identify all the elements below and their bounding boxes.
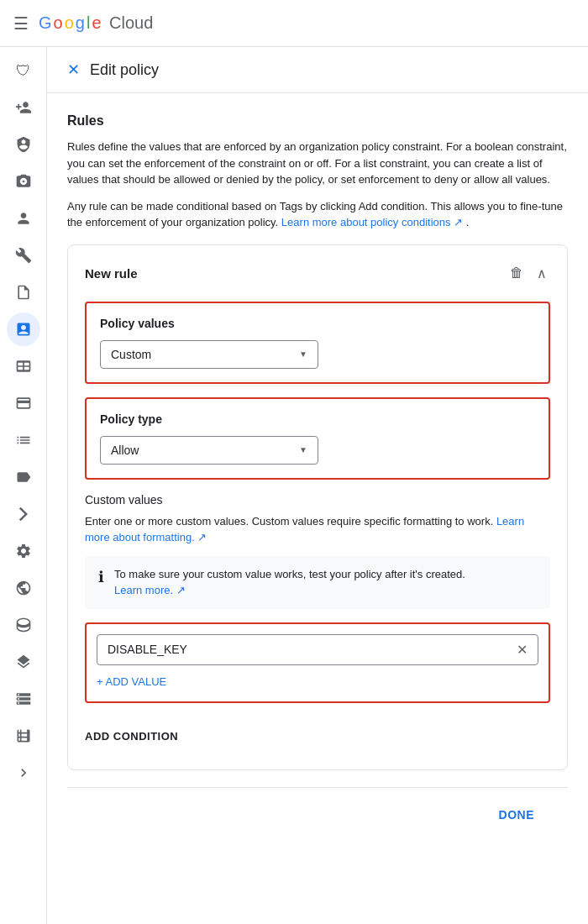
sidebar-icon-security[interactable] — [7, 128, 40, 161]
sidebar-icon-wrench[interactable] — [7, 239, 40, 272]
sidebar-icon-storage[interactable] — [7, 682, 40, 716]
custom-values-title: Custom values — [85, 493, 550, 507]
add-condition-button[interactable]: ADD CONDITION — [85, 720, 550, 753]
custom-values-description: Enter one or more custom values. Custom … — [85, 513, 550, 546]
sidebar: 🛡 — [0, 47, 47, 924]
sidebar-icon-arrow[interactable] — [7, 497, 40, 531]
rules-heading: Rules — [67, 113, 568, 129]
sidebar-icon-person[interactable] — [7, 202, 40, 235]
info-text: To make sure your custom value works, te… — [114, 566, 465, 599]
close-button[interactable]: ✕ — [67, 60, 80, 79]
sidebar-icon-table[interactable] — [7, 349, 40, 383]
policy-values-arrow-icon: ▼ — [299, 349, 307, 359]
policy-values-section: Policy values Custom ▼ — [85, 302, 550, 384]
edit-policy-header: ✕ Edit policy — [47, 47, 588, 93]
footer: DONE — [67, 787, 568, 842]
value-input-box: ✕ + ADD VALUE — [85, 622, 550, 703]
info-box: ℹ To make sure your custom value works, … — [85, 556, 550, 609]
main-content: ✕ Edit policy Rules Rules define the val… — [47, 47, 588, 924]
policy-values-selected: Custom — [111, 348, 151, 361]
sidebar-icon-camera[interactable] — [7, 165, 40, 198]
sidebar-icon-document-active[interactable] — [7, 312, 40, 346]
add-value-button[interactable]: + ADD VALUE — [97, 672, 538, 691]
new-rule-card: New rule 🗑 ∧ Policy values Custom ▼ — [67, 244, 568, 770]
topbar: ☰ Google Cloud — [0, 0, 588, 47]
policy-type-label: Policy type — [100, 412, 535, 426]
policy-type-dropdown[interactable]: Allow ▼ — [100, 436, 318, 465]
policy-values-dropdown[interactable]: Custom ▼ — [100, 340, 318, 369]
sidebar-icon-person-add[interactable] — [7, 91, 40, 124]
content-area: Rules Rules define the values that are e… — [47, 93, 588, 862]
sidebar-icon-globe[interactable] — [7, 571, 40, 605]
sidebar-icon-settings[interactable] — [7, 534, 40, 568]
delete-rule-button[interactable]: 🗑 — [507, 262, 527, 284]
rules-description-1: Rules define the values that are enforce… — [67, 139, 568, 188]
sidebar-icon-shield[interactable]: 🛡 — [7, 54, 40, 87]
sidebar-icon-grid-bottom[interactable] — [7, 719, 40, 753]
rules-description-2: Any rule can be made conditional based o… — [67, 198, 568, 231]
info-icon: ℹ — [98, 568, 104, 586]
edit-policy-title: Edit policy — [90, 61, 159, 79]
learn-more-policy-link[interactable]: Learn more about policy conditions ↗ — [281, 216, 466, 228]
value-input-row: ✕ — [97, 634, 538, 665]
new-rule-actions: 🗑 ∧ — [507, 262, 550, 285]
value-input-field[interactable] — [108, 643, 510, 656]
menu-icon[interactable]: ☰ — [13, 13, 29, 34]
policy-type-section: Policy type Allow ▼ — [85, 397, 550, 480]
sidebar-icon-chevron-right[interactable] — [7, 756, 40, 790]
done-button[interactable]: DONE — [486, 801, 548, 828]
google-cloud-logo: Google Cloud — [39, 13, 153, 33]
sidebar-icon-file[interactable] — [7, 276, 40, 309]
collapse-rule-button[interactable]: ∧ — [533, 262, 550, 285]
policy-values-label: Policy values — [100, 317, 535, 330]
clear-value-button[interactable]: ✕ — [517, 642, 528, 658]
main-layout: 🛡 — [0, 47, 588, 924]
policy-type-arrow-icon: ▼ — [299, 445, 307, 454]
sidebar-icon-database[interactable] — [7, 608, 40, 642]
sidebar-icon-credit-card[interactable] — [7, 386, 40, 420]
sidebar-icon-list[interactable] — [7, 423, 40, 457]
sidebar-icon-tag[interactable] — [7, 460, 40, 494]
new-rule-title: New rule — [85, 266, 138, 281]
new-rule-header: New rule 🗑 ∧ — [85, 262, 550, 285]
info-learn-more-link[interactable]: Learn more. ↗ — [114, 584, 186, 596]
policy-type-selected: Allow — [111, 444, 139, 457]
sidebar-icon-layers[interactable] — [7, 645, 40, 679]
